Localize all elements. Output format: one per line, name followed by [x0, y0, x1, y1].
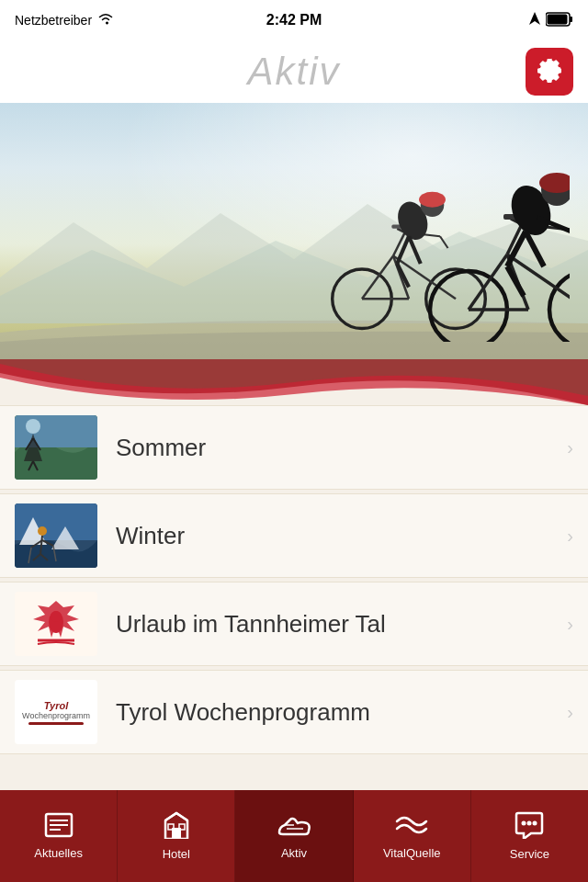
- list-item-winter[interactable]: Winter ›: [0, 493, 588, 578]
- svg-point-68: [533, 821, 537, 826]
- tyrol-logo-text: Tyrol: [44, 700, 69, 711]
- svg-rect-40: [15, 415, 97, 447]
- svg-line-8: [362, 256, 393, 300]
- svg-line-20: [409, 236, 421, 264]
- svg-point-22: [549, 271, 570, 342]
- list-label-sommer: Sommer: [116, 434, 206, 462]
- page-title: Aktiv: [247, 50, 340, 94]
- chevron-icon-urlaub: ›: [567, 614, 573, 635]
- tab-bar: Aktuelles Hotel Aktiv: [0, 790, 588, 882]
- status-right: [529, 12, 573, 29]
- svg-line-25: [469, 254, 507, 310]
- list-item-sommer[interactable]: Sommer ›: [0, 405, 588, 490]
- thumb-winter: [15, 503, 97, 568]
- list-item-tyrol[interactable]: Tyrol Wochenprogramm Tyrol Wochenprogram…: [0, 670, 588, 754]
- aktuelles-icon: [44, 812, 74, 842]
- battery-icon: [546, 12, 573, 29]
- hero-image: [0, 103, 588, 360]
- svg-point-58: [51, 611, 62, 622]
- tab-service[interactable]: Service: [471, 790, 588, 882]
- chevron-icon-sommer: ›: [567, 437, 573, 458]
- vitalquelle-icon: [395, 812, 428, 842]
- list-container: Sommer ›: [0, 405, 588, 767]
- list-label-winter: Winter: [116, 522, 185, 550]
- svg-rect-2: [570, 17, 572, 22]
- svg-point-41: [26, 419, 40, 434]
- carrier-text: Netzbetreiber: [15, 13, 92, 28]
- svg-line-12: [440, 236, 448, 248]
- hotel-icon: [162, 811, 191, 843]
- thumb-sommer: [15, 415, 97, 480]
- status-time: 2:42 PM: [266, 12, 322, 28]
- header: Aktiv: [0, 40, 588, 103]
- thumb-tyrol: Tyrol Wochenprogramm: [15, 680, 97, 744]
- location-icon: [529, 12, 540, 29]
- svg-point-66: [522, 821, 526, 826]
- list-label-urlaub: Urlaub im Tannheimer Tal: [116, 610, 386, 639]
- tab-label-aktuelles: Aktuelles: [34, 846, 83, 860]
- tab-vitalquelle[interactable]: VitalQuelle: [354, 790, 471, 882]
- status-left: Netzbetreiber: [15, 13, 114, 28]
- status-bar: Netzbetreiber 2:42 PM: [0, 0, 588, 40]
- list-label-tyrol: Tyrol Wochenprogramm: [116, 698, 370, 727]
- chevron-icon-winter: ›: [567, 526, 573, 547]
- tyrol-line-decoration: [28, 722, 84, 725]
- thumb-urlaub: [15, 592, 97, 656]
- list-item-urlaub[interactable]: Urlaub im Tannheimer Tal ›: [0, 582, 588, 666]
- gear-icon: [536, 56, 563, 87]
- wave-divider: [0, 359, 588, 405]
- settings-button[interactable]: [526, 48, 573, 96]
- service-icon: [514, 811, 544, 843]
- tab-hotel[interactable]: Hotel: [118, 790, 235, 882]
- svg-rect-3: [548, 14, 568, 24]
- tab-label-vitalquelle: VitalQuelle: [383, 846, 441, 860]
- chevron-icon-tyrol: ›: [567, 702, 573, 723]
- tab-label-hotel: Hotel: [163, 847, 190, 861]
- svg-line-18: [397, 236, 409, 264]
- tab-aktuelles[interactable]: Aktuelles: [0, 790, 118, 882]
- wifi-icon: [97, 13, 114, 28]
- tab-label-aktiv: Aktiv: [281, 846, 307, 860]
- svg-marker-0: [529, 12, 540, 25]
- tab-label-service: Service: [510, 847, 549, 861]
- tyrol-sub-text: Wochenprogramm: [22, 711, 90, 720]
- svg-point-21: [430, 271, 507, 342]
- svg-point-48: [38, 526, 47, 536]
- tab-aktiv[interactable]: Aktiv: [235, 790, 353, 882]
- svg-point-17: [419, 192, 446, 208]
- svg-line-38: [526, 232, 544, 266]
- aktiv-icon: [277, 812, 311, 842]
- svg-line-37: [507, 266, 524, 296]
- svg-point-67: [527, 821, 532, 826]
